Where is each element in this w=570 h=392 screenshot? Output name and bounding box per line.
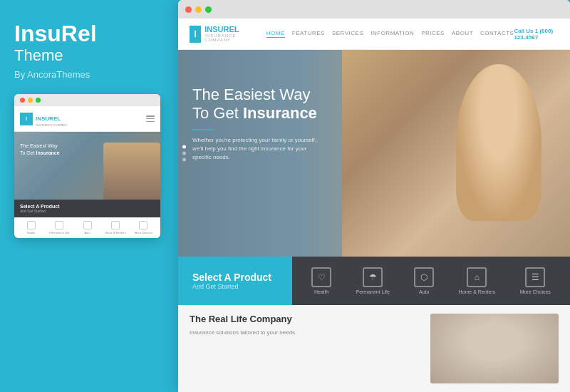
mini-icon-auto: Auto (73, 221, 101, 234)
nav-link-features[interactable]: FEATURES (292, 30, 325, 38)
product-icon-life[interactable]: ☂ Permanent Life (356, 267, 389, 294)
main-dot-yellow (195, 6, 202, 13)
logo-company: INSURANCE COMPANY (204, 33, 245, 42)
hero-people-detail (456, 64, 542, 221)
mini-header: I INSUREL INSURANCE COMPANY (14, 106, 160, 132)
main-dot-green (205, 6, 212, 13)
nav-links: HOME FEATURES SERVICES INFORMATION PRICE… (266, 30, 514, 38)
mini-hero-people (103, 143, 160, 200)
mini-icon-more: More Choices (130, 221, 157, 234)
mini-dot-green (36, 98, 41, 103)
mini-hamburger-icon (146, 115, 155, 122)
nav-link-contacts[interactable]: CONTACTS (480, 30, 514, 38)
mini-icon-health: Health (17, 221, 45, 234)
product-icon-more[interactable]: ☰ More Choices (520, 267, 551, 294)
mini-logo-sub: INSURANCE COMPANY (36, 123, 68, 127)
logo-icon: I (194, 29, 196, 39)
main-dot-red (185, 6, 192, 13)
bottom-title: The Real Life Company (190, 314, 422, 324)
main-browser: I INSUREL INSURANCE COMPANY HOME FEATURE… (178, 0, 570, 392)
mini-icon-life: Permane nt Life (45, 221, 73, 234)
select-product-left: Select A Product And Get Started (178, 257, 292, 305)
hero-content: The Easiest Way To Get Insurance Whether… (192, 86, 321, 162)
select-product-bar: Select A Product And Get Started ♡ Healt… (178, 257, 570, 305)
nav-link-information[interactable]: INFORMATION (370, 30, 414, 38)
bottom-text: Insurance solutions tailored to your nee… (190, 329, 422, 337)
product-icon-health[interactable]: ♡ Health (311, 267, 331, 294)
mini-hero-text: The Easiest Way To Get Insurance (20, 143, 60, 157)
mini-browser-bar (14, 94, 160, 106)
bottom-people-photo (430, 314, 559, 383)
site-bottom-section: The Real Life Company Insurance solution… (178, 305, 570, 392)
bottom-image (430, 314, 559, 383)
hero-description: Whether you're protecting your family or… (192, 136, 321, 162)
nav-link-home[interactable]: HOME (266, 30, 285, 38)
nav-link-prices[interactable]: PRICES (421, 30, 445, 38)
product-icon-home[interactable]: ⌂ Home & Renters (459, 267, 496, 294)
hero-divider (192, 129, 214, 130)
scroll-dot-2 (182, 152, 186, 155)
nav-link-about[interactable]: ABOUT (452, 30, 473, 38)
site-phone: Call Us 1 (800) 123-4567 (514, 28, 559, 41)
nav-link-services[interactable]: SERVICES (332, 30, 363, 38)
scroll-dot-3 (182, 158, 186, 162)
mini-icon-home: Home & Renters (101, 221, 129, 234)
mini-logo-text: INSUREL (36, 115, 61, 122)
main-browser-bar (178, 0, 570, 19)
site-logo: I INSUREL INSURANCE COMPANY (190, 26, 245, 43)
mini-select-bar: Select A Product And Get Started (14, 200, 160, 217)
mini-logo-box: I (20, 113, 33, 125)
mini-product-icons: Health Permane nt Life Auto Home & Rente… (14, 217, 160, 238)
left-panel: InsuRel Theme By AncoraThemes I INSUREL … (0, 0, 175, 392)
hero-people-bg (342, 50, 570, 257)
product-icon-auto[interactable]: ⬡ Auto (414, 267, 434, 294)
mini-dot-yellow (28, 98, 33, 103)
mini-browser-mockup: I INSUREL INSURANCE COMPANY The Easiest … (14, 94, 160, 238)
hero-headline: The Easiest Way To Get Insurance (192, 86, 321, 123)
brand-title: InsuRel Theme By AncoraThemes (14, 21, 160, 80)
hero-section: The Easiest Way To Get Insurance Whether… (178, 50, 570, 257)
site-nav: I INSUREL INSURANCE COMPANY HOME FEATURE… (178, 19, 570, 50)
mini-hero-section: The Easiest Way To Get Insurance (14, 132, 160, 200)
logo-name: INSUREL (204, 26, 245, 33)
logo-box: I (190, 26, 201, 43)
select-product-icons: ♡ Health ☂ Permanent Life ⬡ Auto ⌂ (292, 257, 570, 305)
scroll-dots (182, 145, 186, 162)
scroll-dot-1 (182, 145, 186, 149)
mini-dot-red (20, 98, 25, 103)
select-product-subtitle: And Get Started (192, 283, 278, 290)
select-product-title: Select A Product (192, 272, 278, 283)
